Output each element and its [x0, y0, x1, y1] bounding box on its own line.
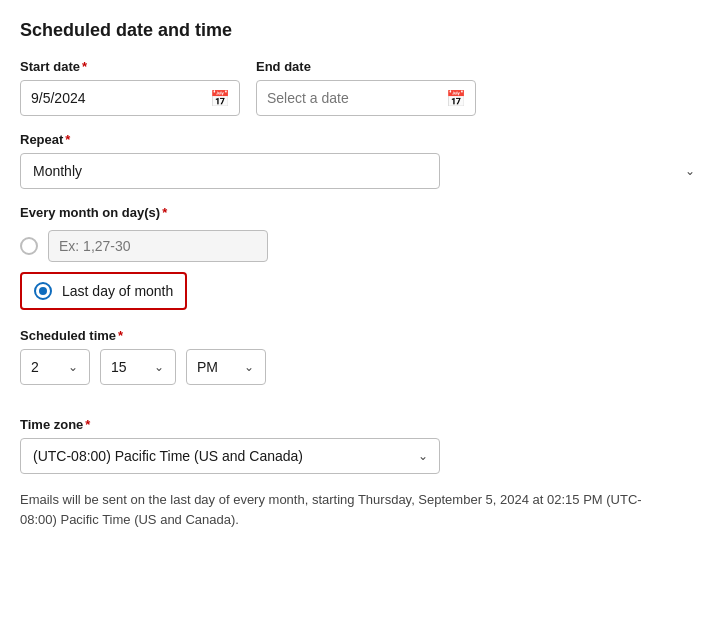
start-date-input[interactable]: [20, 80, 240, 116]
start-date-input-wrapper: 📅: [20, 80, 240, 116]
day-radio-group: Last day of month: [20, 230, 707, 310]
day-input-radio[interactable]: [20, 237, 38, 255]
minute-select[interactable]: 15 000510 202530 354045 5055: [100, 349, 176, 385]
hour-select[interactable]: 2 134 567 8910 1112: [20, 349, 90, 385]
every-month-label: Every month on day(s)*: [20, 205, 707, 220]
time-selects-row: 2 134 567 8910 1112 ⌄ 15 000510 202530 3…: [20, 349, 707, 385]
minute-select-wrapper: 15 000510 202530 354045 5055 ⌄: [100, 349, 176, 385]
start-date-group: Start date* 📅: [20, 59, 240, 116]
day-input-field[interactable]: [48, 230, 268, 262]
last-day-label: Last day of month: [62, 283, 173, 299]
end-date-group: End date 📅: [256, 59, 476, 116]
day-input-option: [20, 230, 707, 262]
timezone-group: Time zone* (UTC-08:00) Pacific Time (US …: [20, 417, 707, 474]
last-day-radio[interactable]: [34, 282, 52, 300]
scheduled-time-label: Scheduled time*: [20, 328, 707, 343]
end-date-label: End date: [256, 59, 476, 74]
end-date-input[interactable]: [256, 80, 476, 116]
timezone-select[interactable]: (UTC-08:00) Pacific Time (US and Canada): [20, 438, 440, 474]
repeat-group: Repeat* Monthly Daily Weekly Yearly ⌄: [20, 132, 707, 189]
repeat-select[interactable]: Monthly Daily Weekly Yearly: [20, 153, 440, 189]
ampm-select-wrapper: PM AM ⌄: [186, 349, 266, 385]
ampm-select[interactable]: PM AM: [186, 349, 266, 385]
timezone-select-wrapper: (UTC-08:00) Pacific Time (US and Canada)…: [20, 438, 440, 474]
scheduled-time-group: Scheduled time* 2 134 567 8910 1112 ⌄ 15…: [20, 328, 707, 401]
start-date-label: Start date*: [20, 59, 240, 74]
page-title: Scheduled date and time: [20, 20, 707, 41]
info-text: Emails will be sent on the last day of e…: [20, 490, 660, 529]
repeat-label: Repeat*: [20, 132, 707, 147]
timezone-label: Time zone*: [20, 417, 707, 432]
hour-select-wrapper: 2 134 567 8910 1112 ⌄: [20, 349, 90, 385]
repeat-select-wrapper: Monthly Daily Weekly Yearly ⌄: [20, 153, 707, 189]
last-day-option[interactable]: Last day of month: [20, 272, 187, 310]
end-date-input-wrapper: 📅: [256, 80, 476, 116]
every-month-group: Every month on day(s)* Last day of month: [20, 205, 707, 310]
repeat-chevron-icon: ⌄: [685, 164, 695, 178]
